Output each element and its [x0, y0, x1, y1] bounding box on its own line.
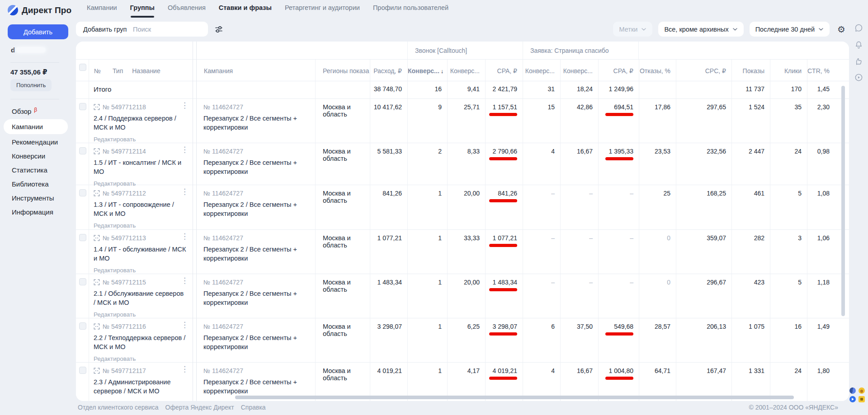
tab-Объявления[interactable]: Объявления [168, 4, 206, 18]
group-name-link[interactable]: 2.1 / Обслуживание серверов / МСК и МО [94, 289, 186, 307]
group-type-icon [94, 323, 100, 330]
extension-icon[interactable] [849, 396, 856, 402]
settings-gear-icon[interactable]: ⚙ [835, 24, 847, 35]
row-menu-kebab-icon[interactable]: ⋮ [181, 188, 189, 196]
sidebar-item-Статистика[interactable]: Статистика [0, 163, 76, 177]
sidebar-item-Инструменты[interactable]: Инструменты [0, 191, 76, 205]
row-checkbox[interactable] [79, 367, 86, 374]
row-checkbox[interactable] [79, 322, 86, 330]
edit-link[interactable]: Редактировать [94, 355, 187, 362]
edit-link[interactable]: Редактировать [94, 267, 187, 274]
vertical-scrollbar[interactable] [841, 86, 845, 316]
tab-Группы[interactable]: Группы [130, 4, 155, 18]
header-num: № [94, 67, 101, 75]
sidebar-item-Библиотека[interactable]: Библиотека [0, 177, 76, 191]
header-conversion-rate-2[interactable]: Конверс... [560, 60, 598, 81]
topup-button[interactable]: Пополнить [10, 79, 52, 91]
header-conversions-2[interactable]: Конверс... [523, 60, 560, 81]
row-checkbox[interactable] [79, 189, 86, 196]
table-row: № 5497712118 ⋮ 2.4 / Поддержка серверов … [76, 99, 849, 143]
group-name-link[interactable]: 2.2 / Техподдержка серверов / МСК и МО [94, 333, 186, 351]
tab-Кампании[interactable]: Кампании [87, 4, 117, 18]
sidebar-item-Конверсии[interactable]: Конверсии [0, 149, 76, 163]
campaign-name-link[interactable]: Перезапуск 2 / Все сегменты + корректиро… [203, 200, 308, 218]
direct-pro-logo[interactable]: Директ Про [8, 5, 71, 15]
horizontal-scrollbar[interactable] [235, 396, 794, 399]
sidebar-item-Кампании[interactable]: Кампании [4, 119, 68, 134]
group-name-link[interactable]: 2.4 / Поддержка серверов / МСК и МО [94, 114, 186, 132]
footer-link[interactable]: Справка [241, 404, 266, 411]
sidebar-item-Информация[interactable]: Информация [0, 205, 76, 219]
campaign-name-link[interactable]: Перезапуск 2 / Все сегменты + корректиро… [203, 114, 308, 132]
row-menu-kebab-icon[interactable]: ⋮ [181, 365, 189, 373]
edit-link[interactable]: Редактировать [94, 311, 187, 318]
cpa-alert-bar [605, 157, 633, 160]
row-checkbox[interactable] [79, 278, 86, 285]
browser-extension-icons [849, 387, 865, 402]
extension-icon[interactable] [859, 396, 865, 402]
row-menu-kebab-icon[interactable]: ⋮ [181, 146, 189, 154]
spend-cell: 1 077,21 [370, 230, 407, 274]
extension-icon[interactable] [849, 387, 856, 394]
search-input[interactable] [127, 22, 208, 37]
tab-Ставки и фразы[interactable]: Ставки и фразы [219, 4, 272, 18]
header-ctr[interactable]: CTR, % [807, 60, 835, 81]
header-cpa-2[interactable]: CPA, ₽ [598, 60, 639, 81]
select-all-checkbox[interactable] [79, 64, 86, 71]
edit-link[interactable]: Редактировать [94, 222, 187, 229]
row-menu-kebab-icon[interactable]: ⋮ [181, 321, 189, 329]
cpa-alert-bar [489, 199, 517, 202]
extension-icon[interactable] [859, 387, 865, 394]
group-id: № 5497712112 [103, 190, 146, 197]
filter-icon[interactable] [214, 25, 223, 34]
header-clicks[interactable]: Клики [770, 60, 807, 81]
account-login[interactable]: d [11, 46, 46, 54]
group-type-icon [94, 104, 100, 110]
footer-link[interactable]: Отдел клиентского сервиса [78, 404, 159, 411]
campaign-name-link[interactable]: Перезапуск 2 / Все сегменты + корректиро… [203, 245, 308, 263]
row-menu-kebab-icon[interactable]: ⋮ [181, 233, 189, 240]
thumbs-up-icon[interactable] [854, 57, 863, 66]
row-checkbox[interactable] [79, 147, 86, 154]
row-checkbox[interactable] [79, 103, 86, 110]
group-type-icon [94, 368, 100, 374]
cpa-cell-2: – [598, 230, 639, 274]
edit-link[interactable]: Редактировать [94, 400, 187, 401]
date-range-dropdown[interactable]: Последние 30 дней [750, 22, 830, 37]
footer-link[interactable]: Оферта Яндекс Директ [165, 404, 234, 411]
header-cpa[interactable]: CPA, ₽ [485, 60, 523, 81]
tab-Ретаргетинг и аудитории[interactable]: Ретаргетинг и аудитории [285, 4, 360, 18]
header-spend[interactable]: Расход, ₽ [370, 60, 407, 81]
labels-filter-dropdown[interactable]: Метки [613, 22, 652, 37]
cpc-cell: 297,65 [676, 99, 731, 143]
header-regions[interactable]: Регионы показа [315, 60, 370, 81]
chat-icon[interactable] [854, 23, 863, 33]
campaign-name-link[interactable]: Перезапуск 2 / Все сегменты + корректиро… [203, 158, 308, 176]
tab-Профили пользователей[interactable]: Профили пользователей [373, 4, 448, 18]
sidebar-item-Рекомендации[interactable]: Рекомендации [0, 135, 76, 149]
campaign-name-link[interactable]: Перезапуск 2 / Все сегменты + корректиро… [203, 333, 308, 351]
header-conversion-rate[interactable]: Конверс... [447, 60, 485, 81]
row-menu-kebab-icon[interactable]: ⋮ [181, 102, 189, 109]
header-impressions[interactable]: Показы [731, 60, 770, 81]
header-conversions-sorted[interactable]: Конверс...↓ [407, 60, 447, 81]
group-name-link[interactable]: 1.5 / ИТ - консалтинг / МСК и МО [94, 158, 186, 176]
bell-icon[interactable] [854, 40, 863, 50]
add-button[interactable]: Добавить [8, 24, 68, 39]
group-name-link[interactable]: 1.3 / ИТ - сопровождение / МСК и МО [94, 200, 186, 218]
group-name-link[interactable]: 2.3 / Администрирование серверов / МСК и… [94, 378, 186, 396]
header-campaign[interactable]: Кампания [196, 60, 315, 81]
sidebar-item-Обзор[interactable]: Обзорβ [0, 104, 76, 118]
edit-link[interactable]: Редактировать [94, 136, 187, 143]
header-cpc[interactable]: CPC, ₽ [676, 60, 731, 81]
campaign-name-link[interactable]: Перезапуск 2 / Все сегменты + корректиро… [203, 378, 308, 396]
group-name-link[interactable]: 1.4 / ИТ - обслуживание / МСК и МО [94, 245, 186, 263]
direct-pro-app: Директ Про Добавить d 47 355,06 ₽ Пополн… [0, 0, 868, 415]
play-icon[interactable] [854, 73, 863, 82]
campaign-name-link[interactable]: Перезапуск 2 / Все сегменты + корректиро… [203, 289, 308, 307]
row-checkbox[interactable] [79, 234, 86, 241]
header-bounce[interactable]: Отказы, % [639, 60, 676, 81]
row-menu-kebab-icon[interactable]: ⋮ [181, 277, 189, 284]
campaign-cell: № 114624727 Перезапуск 2 / Все сегменты … [196, 318, 315, 362]
archive-filter-dropdown[interactable]: Все, кроме архивных [658, 22, 743, 37]
